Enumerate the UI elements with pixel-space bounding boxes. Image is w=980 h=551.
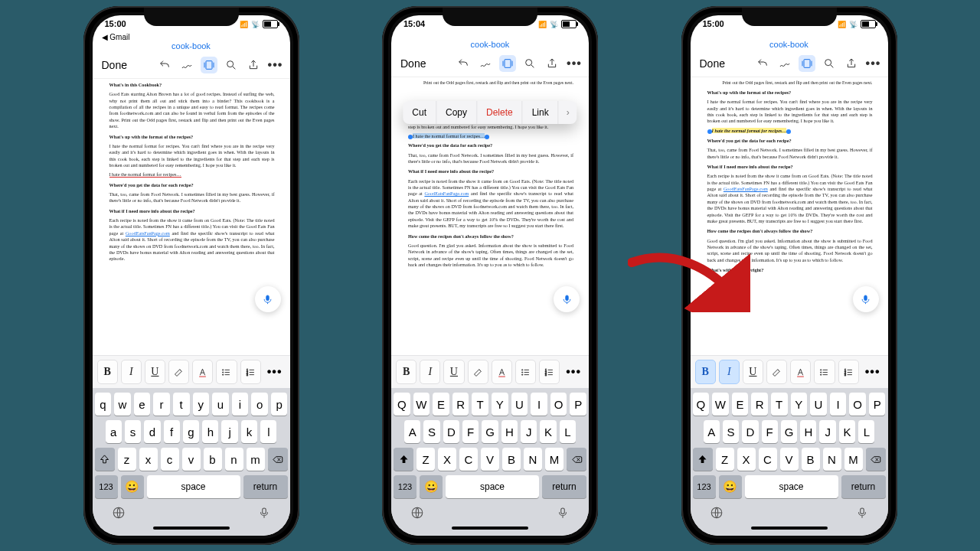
format-more-button[interactable]: •••: [563, 365, 584, 379]
text-color-button[interactable]: [790, 360, 811, 384]
ctx-cut[interactable]: Cut: [403, 101, 436, 124]
key-z[interactable]: Z: [416, 448, 435, 471]
home-indicator[interactable]: [452, 527, 528, 530]
done-button[interactable]: Done: [697, 56, 728, 71]
globe-icon[interactable]: [112, 506, 126, 523]
key-p[interactable]: P: [869, 393, 886, 416]
selection-handle-start[interactable]: [707, 129, 712, 134]
key-z[interactable]: z: [118, 448, 136, 471]
highlighted-text[interactable]: I hate the normal format for recipes…: [712, 128, 787, 133]
key-k[interactable]: k: [241, 420, 257, 443]
key-u[interactable]: U: [511, 393, 528, 416]
undo-icon[interactable]: [156, 57, 173, 73]
more-icon[interactable]: •••: [865, 55, 882, 72]
shift-key[interactable]: [394, 448, 413, 471]
key-v[interactable]: V: [780, 448, 799, 471]
dictation-icon[interactable]: [556, 506, 570, 523]
key-w[interactable]: W: [413, 393, 430, 416]
bold-button[interactable]: B: [396, 360, 416, 384]
key-o[interactable]: O: [849, 393, 866, 416]
key-u[interactable]: U: [810, 393, 827, 416]
key-z[interactable]: Z: [716, 448, 734, 471]
voice-input-button[interactable]: [255, 286, 281, 312]
key-a[interactable]: a: [106, 420, 122, 443]
numbered-list-button[interactable]: 123: [240, 360, 261, 384]
key-b[interactable]: b: [204, 448, 222, 471]
highlight-button[interactable]: [766, 360, 787, 384]
key-p[interactable]: p: [271, 393, 288, 416]
more-icon[interactable]: •••: [267, 57, 284, 73]
shift-key[interactable]: [95, 448, 115, 471]
key-n[interactable]: N: [823, 448, 841, 471]
key-q[interactable]: q: [95, 393, 112, 416]
backspace-key[interactable]: [567, 448, 586, 471]
emoji-key[interactable]: 😀: [121, 475, 144, 498]
space-key[interactable]: space: [745, 475, 838, 498]
document-body[interactable]: Print out the Odd pages first, restack a…: [691, 77, 888, 355]
key-l[interactable]: l: [260, 420, 276, 443]
key-f[interactable]: F: [462, 420, 479, 443]
bullet-list-button[interactable]: [216, 360, 237, 384]
layout-icon[interactable]: [799, 55, 815, 72]
italic-button[interactable]: I: [121, 360, 142, 384]
underline-button[interactable]: U: [443, 360, 464, 384]
draw-icon[interactable]: [178, 57, 195, 73]
voice-input-button[interactable]: [554, 286, 580, 312]
text-color-button[interactable]: [192, 360, 213, 384]
highlight-button[interactable]: [468, 360, 488, 384]
back-to-app[interactable]: ◀ Gmail: [93, 32, 290, 41]
key-a[interactable]: A: [704, 420, 720, 443]
key-b[interactable]: B: [802, 448, 820, 471]
key-i[interactable]: I: [531, 393, 547, 416]
key-j[interactable]: j: [221, 420, 237, 443]
key-e[interactable]: E: [433, 393, 449, 416]
bullet-list-button[interactable]: [814, 360, 835, 384]
backspace-key[interactable]: [866, 448, 886, 471]
ctx-delete[interactable]: Delete: [477, 101, 523, 124]
undo-icon[interactable]: [455, 55, 472, 72]
search-icon[interactable]: [821, 55, 838, 72]
bold-button-active[interactable]: B: [695, 360, 716, 384]
key-y[interactable]: y: [193, 393, 210, 416]
key-y[interactable]: Y: [492, 393, 508, 416]
key-h[interactable]: h: [202, 420, 218, 443]
key-g[interactable]: g: [183, 420, 199, 443]
share-icon[interactable]: [843, 55, 860, 72]
key-o[interactable]: O: [550, 393, 567, 416]
key-o[interactable]: o: [251, 393, 268, 416]
key-m[interactable]: m: [247, 448, 265, 471]
key-u[interactable]: u: [212, 393, 229, 416]
key-h[interactable]: H: [501, 420, 518, 443]
ctx-more-arrow[interactable]: ›: [559, 101, 577, 124]
done-button[interactable]: Done: [99, 57, 130, 73]
backspace-key[interactable]: [268, 448, 288, 471]
key-r[interactable]: R: [452, 393, 469, 416]
key-g[interactable]: G: [482, 420, 498, 443]
numbers-key[interactable]: 123: [394, 475, 416, 498]
numbered-list-button[interactable]: 123: [838, 360, 859, 384]
key-x[interactable]: X: [737, 448, 756, 471]
shift-key[interactable]: [693, 448, 713, 471]
dictation-icon[interactable]: [257, 506, 271, 523]
share-icon[interactable]: [544, 55, 560, 72]
globe-icon[interactable]: [410, 506, 424, 523]
key-n[interactable]: n: [225, 448, 243, 471]
text-selection[interactable]: I hate the normal format for recipes…: [413, 133, 485, 139]
key-k[interactable]: K: [839, 420, 855, 443]
key-q[interactable]: Q: [394, 393, 410, 416]
key-s[interactable]: S: [723, 420, 739, 443]
numbered-list-button[interactable]: 123: [539, 360, 560, 384]
key-j[interactable]: J: [521, 420, 537, 443]
key-e[interactable]: e: [134, 393, 151, 416]
key-i[interactable]: i: [232, 393, 249, 416]
key-r[interactable]: r: [153, 393, 170, 416]
key-w[interactable]: w: [114, 393, 131, 416]
key-t[interactable]: T: [472, 393, 488, 416]
key-l[interactable]: L: [858, 420, 874, 443]
key-k[interactable]: K: [540, 420, 556, 443]
underline-button[interactable]: U: [743, 360, 763, 384]
key-s[interactable]: S: [423, 420, 439, 443]
key-d[interactable]: d: [144, 420, 160, 443]
highlight-button[interactable]: [168, 360, 189, 384]
key-l[interactable]: L: [560, 420, 576, 443]
